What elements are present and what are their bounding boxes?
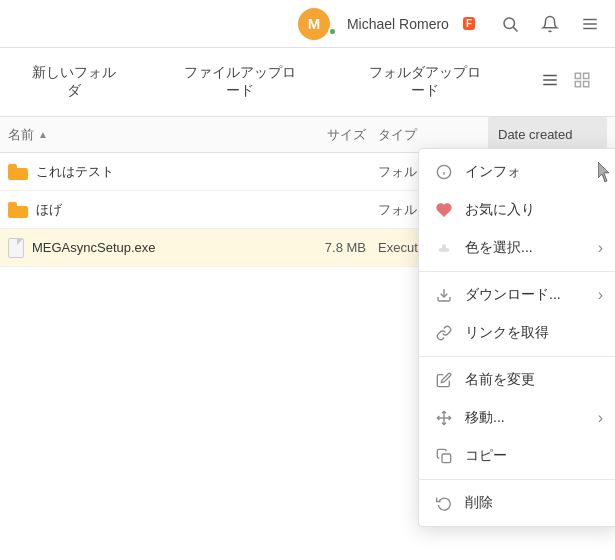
menu-item-favorite[interactable]: お気に入り [419,191,615,229]
app-header: M Michael Romero F [0,0,615,48]
avatar: M [298,8,330,40]
file-toolbar: 新しいフォルダ ファイルアップロード フォルダアップロード [0,48,615,117]
heart-icon [435,201,453,219]
menu-item-delete[interactable]: 削除 [419,484,615,522]
svg-rect-24 [442,454,451,463]
file-name-cell: これはテスト [8,163,288,181]
menu-item-label: 色を選択... [465,239,533,257]
notifications-button[interactable] [537,11,563,37]
menu-separator [419,479,615,480]
menu-item-info[interactable]: インフォ [419,153,615,191]
user-badge: F [463,17,475,30]
file-upload-button[interactable]: ファイルアップロード [167,58,312,106]
grid-view-button[interactable] [569,67,595,98]
menu-item-link[interactable]: リンクを取得 [419,314,615,352]
menu-item-label: インフォ [465,163,521,181]
menu-item-label: コピー [465,447,507,465]
menu-item-move[interactable]: 移動... [419,399,615,437]
edit-icon [435,371,453,389]
file-name-cell: MEGAsyncSetup.exe [8,238,288,258]
folder-icon [8,164,28,180]
menu-item-label: ダウンロード... [465,286,561,304]
online-indicator [328,27,337,36]
svg-rect-11 [575,73,580,78]
svg-rect-13 [575,81,580,86]
menu-item-label: お気に入り [465,201,535,219]
file-name-cell: ほげ [8,201,288,219]
menu-item-download[interactable]: ダウンロード... [419,276,615,314]
search-button[interactable] [497,11,523,37]
svg-line-1 [513,27,517,31]
svg-rect-12 [584,73,589,78]
menu-item-rename[interactable]: 名前を変更 [419,361,615,399]
date-column-header[interactable]: Date created [488,117,607,152]
color-icon [435,239,453,257]
svg-point-0 [504,18,515,29]
menu-item-copy[interactable]: コピー [419,437,615,475]
menu-item-label: 削除 [465,494,493,512]
view-toggle [537,67,595,98]
menu-item-label: 移動... [465,409,505,427]
type-column-header[interactable]: タイプ [378,126,488,144]
folder-icon [8,202,28,218]
info-icon [435,163,453,181]
svg-rect-14 [584,81,589,86]
menu-item-color[interactable]: 色を選択... [419,229,615,267]
file-size-cell: 7.8 MB [288,240,378,255]
delete-icon [435,494,453,512]
header-icons [497,11,603,37]
context-menu: インフォ お気に入り 色を選択... ダウンロード... [418,148,615,527]
new-folder-button[interactable]: 新しいフォルダ [20,58,127,106]
folder-upload-button[interactable]: フォルダアップロード [352,58,497,106]
menu-item-label: 名前を変更 [465,371,535,389]
menu-item-label: リンクを取得 [465,324,549,342]
download-icon [435,286,453,304]
file-icon [8,238,24,258]
size-column-header[interactable]: サイズ [288,126,378,144]
link-icon [435,324,453,342]
menu-button[interactable] [577,11,603,37]
list-view-button[interactable] [537,67,563,98]
copy-icon [435,447,453,465]
username-label: Michael Romero [347,16,449,32]
sort-arrow-icon: ▲ [38,129,48,140]
menu-separator [419,271,615,272]
move-icon [435,409,453,427]
name-column-header[interactable]: 名前 ▲ [8,126,288,144]
menu-separator [419,356,615,357]
